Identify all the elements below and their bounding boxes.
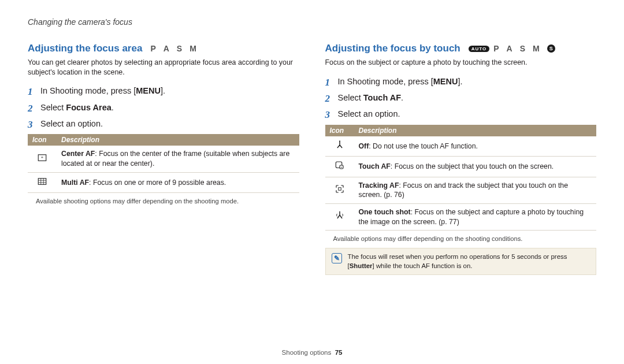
svg-text:+: + — [340, 165, 342, 169]
opt-name: Off — [359, 142, 369, 150]
steps-list: In Shooting mode, press [MENU]. Select F… — [28, 85, 299, 129]
step-text: . — [112, 103, 114, 112]
step-text: Select — [40, 103, 66, 112]
left-column: Adjusting the focus area P A S M You can… — [28, 43, 299, 275]
svg-text:+: + — [41, 155, 44, 160]
footer-section: Shooting options — [282, 349, 332, 356]
one-touch-shot-icon — [334, 210, 346, 221]
step-text: In Shooting mode, press [ — [338, 77, 433, 86]
steps-list: In Shooting mode, press [MENU]. Select T… — [325, 76, 597, 120]
table-row: Multi AF: Focus on one or more of 9 poss… — [28, 172, 299, 193]
step-text: ]. — [161, 86, 165, 95]
step-text: ]. — [458, 77, 462, 86]
tracking-af-icon — [334, 184, 346, 194]
svg-rect-11 — [338, 188, 341, 191]
opt-text: : Focus on one or more of 9 possible are… — [89, 179, 226, 187]
mode-a: A — [164, 44, 173, 53]
mode-s: S — [177, 44, 185, 53]
heading-text: Adjusting the focus by touch — [325, 43, 460, 54]
center-af-icon: + — [36, 153, 48, 163]
mode-indicators: P A S M — [150, 44, 199, 53]
step-bold: Touch AF — [363, 93, 401, 102]
intro-text: You can get clearer photos by selecting … — [28, 58, 299, 77]
step-1: In Shooting mode, press [MENU]. — [325, 76, 597, 87]
page-footer: Shooting options 75 — [0, 349, 624, 356]
opt-name: Touch AF — [359, 162, 391, 170]
options-table-touch: Icon Description Off: Do not use the tou… — [325, 125, 597, 231]
footnote: Available options may differ depending o… — [325, 235, 597, 242]
col-header-icon: Icon — [325, 125, 354, 136]
options-table-focus-area: Icon Description + Center AF: Focus on t… — [28, 134, 299, 193]
opt-name: One touch shot — [359, 208, 411, 216]
cell-desc: One touch shot: Focus on the subject and… — [354, 204, 597, 231]
opt-name: Tracking AF — [359, 181, 399, 190]
multi-af-icon — [36, 176, 48, 187]
cell-desc: Touch AF: Focus on the subject that you … — [354, 157, 597, 177]
col-header-icon: Icon — [28, 134, 57, 146]
opt-text: : Do not use the touch AF function. — [369, 142, 478, 150]
opt-name: Multi AF — [61, 179, 89, 187]
step-2: Select Focus Area. — [28, 102, 299, 113]
note-post: ] while the touch AF function is on. — [373, 262, 473, 269]
section-title-focus-area: Adjusting the focus area P A S M — [28, 43, 299, 54]
cell-desc: Off: Do not use the touch AF function. — [354, 136, 597, 157]
section-title-touch: Adjusting the focus by touch AUTO P A S … — [325, 43, 597, 54]
cell-desc: Center AF: Focus on the center of the fr… — [57, 146, 299, 172]
off-icon — [334, 140, 346, 150]
svg-rect-2 — [38, 178, 46, 184]
note-icon: ✎ — [332, 253, 342, 263]
step-2: Select Touch AF. — [325, 92, 597, 103]
right-column: Adjusting the focus by touch AUTO P A S … — [325, 43, 597, 275]
mode-s: S — [520, 44, 529, 53]
table-row: Off: Do not use the touch AF function. — [325, 136, 597, 157]
note-bold: Shutter — [350, 262, 373, 269]
table-row: Tracking AF: Focus on and track the subj… — [325, 177, 597, 203]
table-row: One touch shot: Focus on the subject and… — [325, 204, 597, 231]
two-column-layout: Adjusting the focus area P A S M You can… — [28, 43, 596, 275]
mode-m: M — [533, 44, 543, 53]
menu-button-label: MENU — [136, 86, 161, 95]
note-callout: ✎ The focus will reset when you perform … — [325, 248, 597, 275]
col-header-desc: Description — [57, 134, 299, 146]
opt-text: : Focus on the center of the frame (suit… — [61, 150, 289, 168]
mode-a: A — [507, 44, 516, 53]
mode-m: M — [190, 44, 200, 53]
page-header: Changing the camera's focus — [28, 17, 596, 27]
opt-name: Center AF — [61, 150, 95, 158]
mode-auto-badge: AUTO — [469, 46, 490, 52]
step-1: In Shooting mode, press [MENU]. — [28, 85, 299, 96]
menu-button-label: MENU — [433, 77, 458, 86]
step-3: Select an option. — [28, 118, 299, 129]
note-text: The focus will reset when you perform no… — [348, 252, 590, 270]
step-text: In Shooting mode, press [ — [40, 86, 136, 95]
heading-text: Adjusting the focus area — [28, 43, 142, 54]
cell-desc: Tracking AF: Focus on and track the subj… — [354, 177, 597, 203]
table-row: + Touch AF: Focus on the subject that yo… — [325, 157, 597, 177]
opt-text: : Focus on the subject that you touch on… — [391, 162, 554, 170]
step-3: Select an option. — [325, 108, 597, 120]
footnote: Available shooting options may differ de… — [28, 198, 299, 205]
mode-p: P — [493, 44, 502, 53]
touch-af-icon: + — [334, 160, 346, 170]
footer-page-number: 75 — [335, 349, 343, 356]
col-header-desc: Description — [354, 125, 597, 136]
cell-desc: Multi AF: Focus on one or more of 9 poss… — [57, 172, 299, 193]
step-text: . — [401, 93, 403, 102]
step-text: Select — [338, 93, 363, 102]
mode-p: P — [150, 44, 159, 53]
step-bold: Focus Area — [66, 103, 111, 112]
mode-s-badge: S — [547, 44, 555, 53]
mode-indicators: AUTO P A S M S — [469, 44, 555, 53]
intro-text: Focus on the subject or capture a photo … — [325, 58, 597, 68]
svg-point-7 — [339, 140, 340, 142]
table-row: + Center AF: Focus on the center of the … — [28, 146, 299, 172]
